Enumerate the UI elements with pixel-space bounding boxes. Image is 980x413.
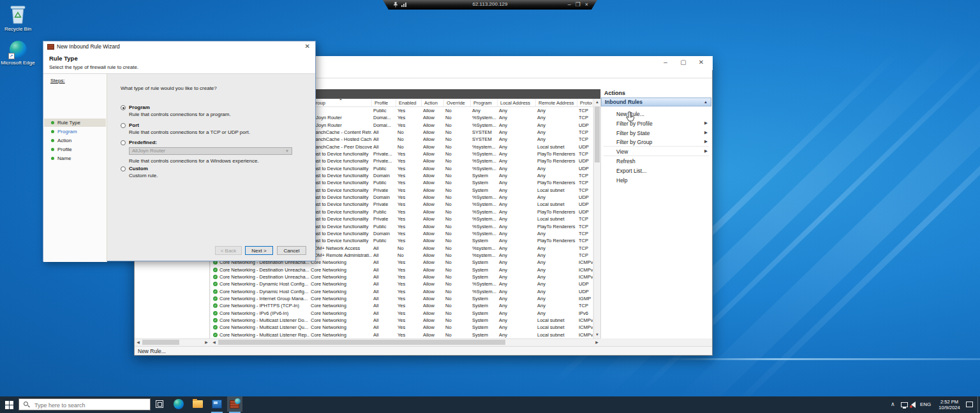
- taskbar-file-explorer-button[interactable]: [190, 396, 205, 412]
- cell-group: AllJoyn Router: [311, 114, 372, 121]
- desktop-icon-recycle-bin[interactable]: Recycle Bin: [0, 4, 36, 32]
- taskbar-remote-desktop-button[interactable]: [209, 396, 225, 412]
- table-row[interactable]: ✓Core Networking - Dynamic Host Config..…: [211, 280, 593, 287]
- column-header-protocol[interactable]: Protocol: [579, 99, 593, 106]
- taskbar-clock[interactable]: 2:52 PM 10/9/2024: [935, 399, 963, 410]
- wizard-step-rule-type[interactable]: Rule Type: [44, 119, 106, 127]
- collapse-icon[interactable]: ▲: [704, 100, 708, 104]
- scroll-left-arrow[interactable]: ◀: [135, 339, 142, 345]
- back-button[interactable]: < Back: [215, 246, 242, 255]
- scroll-left-arrow[interactable]: ◀: [211, 339, 218, 345]
- tree-horizontal-scrollbar[interactable]: ◀ ▶: [135, 338, 210, 345]
- language-indicator[interactable]: ENG: [920, 402, 931, 407]
- network-icon[interactable]: [901, 402, 908, 407]
- scroll-down-arrow[interactable]: ▼: [594, 331, 600, 338]
- dialog-close-button[interactable]: ✕: [305, 43, 310, 50]
- cell-profile: Public: [373, 237, 396, 244]
- cell-local: Any: [499, 310, 536, 317]
- cell-enabled: No: [397, 143, 422, 150]
- cell-protocol: UDP: [579, 280, 593, 287]
- rdp-restore-button[interactable]: ❐: [575, 0, 581, 9]
- option-description: Custom rule.: [129, 173, 158, 178]
- rules-horizontal-scrollbar[interactable]: ◀ ▶: [211, 338, 600, 345]
- scroll-thumb[interactable]: [218, 340, 505, 345]
- step-label: Rule Type: [57, 119, 80, 126]
- rdp-minimize-button[interactable]: –: [568, 0, 571, 9]
- scroll-up-arrow[interactable]: ▲: [594, 99, 600, 106]
- scroll-right-arrow[interactable]: ▶: [593, 339, 600, 345]
- column-header-enabled[interactable]: Enabled: [397, 99, 422, 106]
- scroll-right-arrow[interactable]: ▶: [203, 339, 210, 345]
- cell-override: No: [445, 230, 471, 237]
- cancel-button[interactable]: Cancel: [277, 246, 306, 255]
- table-row[interactable]: ✓Core Networking - IPHTTPS (TCP-In)Core …: [211, 302, 593, 309]
- tray-expand-icon[interactable]: ∧: [891, 401, 895, 407]
- scroll-thumb[interactable]: [595, 106, 600, 163]
- rule-enabled-icon: ✓: [213, 282, 218, 286]
- column-header-override[interactable]: Override: [445, 99, 471, 106]
- column-header-remote[interactable]: Remote Address: [537, 99, 577, 106]
- rules-vertical-scrollbar[interactable]: ▲ ▼: [593, 99, 600, 338]
- column-header-local[interactable]: Local Address: [499, 99, 536, 106]
- taskbar-search[interactable]: [19, 398, 151, 410]
- cell-group: Core Networking: [311, 266, 372, 273]
- cell-local: Any: [499, 288, 536, 295]
- option-label[interactable]: Custom: [129, 166, 148, 171]
- search-input[interactable]: [33, 400, 149, 410]
- action-item-help[interactable]: ?Help: [601, 176, 711, 185]
- column-header-profile[interactable]: Profile: [373, 99, 396, 106]
- actions-section-inbound-rules[interactable]: Inbound Rules ▲: [601, 98, 711, 106]
- option-label[interactable]: Port: [129, 122, 139, 128]
- start-button[interactable]: [0, 396, 18, 413]
- table-row[interactable]: ✓Core Networking - Destination Unreacha.…: [211, 266, 593, 273]
- action-item-export-list[interactable]: Export List...: [601, 166, 711, 175]
- action-item-filter-by-profile[interactable]: Filter by Profile▶: [601, 119, 711, 128]
- radio-custom[interactable]: [121, 166, 126, 171]
- cell-override: No: [445, 288, 471, 295]
- column-header-program[interactable]: Program: [472, 99, 498, 106]
- scroll-thumb[interactable]: [142, 340, 179, 345]
- wizard-step-program[interactable]: Program: [44, 127, 106, 136]
- action-item-new-rule[interactable]: New Rule...: [601, 110, 711, 119]
- table-row[interactable]: ✓Core Networking - IPv6 (IPv6-In)Core Ne…: [211, 310, 593, 317]
- radio-port[interactable]: [121, 123, 126, 128]
- column-header-action[interactable]: Action: [423, 99, 444, 106]
- cell-remote: Any: [537, 230, 577, 237]
- table-row[interactable]: ✓Core Networking - Dynamic Host Config..…: [211, 288, 593, 295]
- window-maximize-button[interactable]: ▢: [674, 57, 692, 68]
- window-minimize-button[interactable]: –: [657, 57, 674, 68]
- option-label[interactable]: Program: [129, 105, 150, 110]
- wizard-step-action[interactable]: Action: [44, 136, 106, 145]
- action-item-filter-by-state[interactable]: Filter by State▶: [601, 129, 711, 138]
- action-item-refresh[interactable]: Refresh: [601, 157, 711, 166]
- next-button[interactable]: Next >: [245, 246, 273, 255]
- volume-muted-icon[interactable]: [911, 402, 916, 408]
- rdp-close-button[interactable]: ×: [585, 0, 588, 9]
- window-close-button[interactable]: ✕: [692, 57, 710, 68]
- taskbar-edge-button[interactable]: [171, 396, 186, 412]
- wizard-page-header: Rule Type Select the type of firewall ru…: [43, 52, 315, 74]
- predefined-dropdown[interactable]: AllJoyn Router ▼: [129, 147, 292, 155]
- cell-program: SYSTEM: [472, 136, 498, 143]
- wizard-step-name[interactable]: Name: [44, 154, 106, 163]
- desktop-icon-edge[interactable]: ↗ Microsoft Edge: [0, 41, 36, 66]
- cell-protocol: UDP: [579, 143, 593, 150]
- radio-predefined[interactable]: [121, 140, 126, 145]
- option-label[interactable]: Predefined:: [129, 140, 157, 145]
- table-row[interactable]: ✓Core Networking - Multicast Listener Re…: [211, 331, 593, 338]
- radio-program[interactable]: [121, 105, 126, 110]
- task-view-button[interactable]: [152, 396, 168, 412]
- table-row[interactable]: ✓Core Networking - Destination Unreacha.…: [211, 273, 593, 280]
- cell-override: No: [445, 165, 471, 172]
- dialog-titlebar[interactable]: New Inbound Rule Wizard ✕: [43, 41, 315, 52]
- cell-remote: Any: [537, 295, 577, 302]
- taskbar-firewall-button[interactable]: [227, 396, 242, 412]
- table-row[interactable]: ✓Core Networking - Multicast Listener Qu…: [211, 324, 593, 331]
- cell-override: No: [445, 208, 471, 215]
- table-row[interactable]: ✓Core Networking - Multicast Listener Do…: [211, 317, 593, 324]
- cell-remote: PlayTo Renderers: [537, 150, 577, 157]
- show-desktop-button[interactable]: [977, 396, 980, 413]
- notification-center-icon[interactable]: [966, 402, 973, 407]
- table-row[interactable]: ✓Core Networking - Internet Group Mana..…: [211, 295, 593, 302]
- wizard-step-profile[interactable]: Profile: [44, 145, 106, 154]
